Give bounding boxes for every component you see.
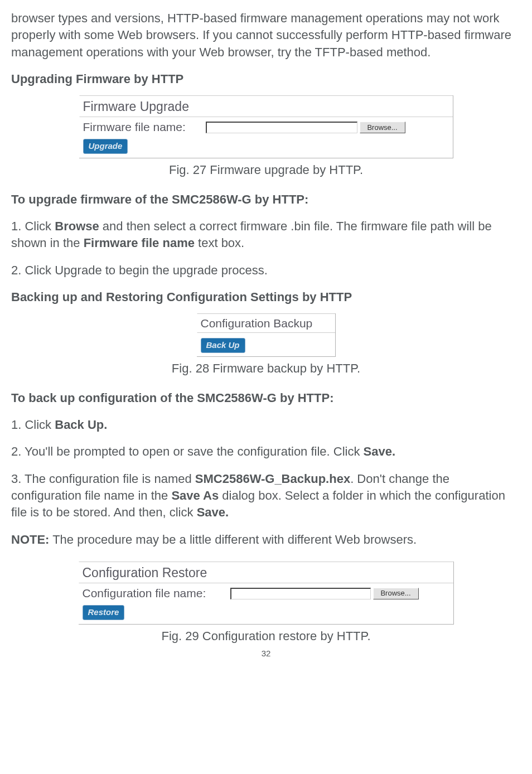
backup-step-1: 1. Click Back Up. — [11, 417, 521, 433]
browse-button[interactable]: Browse... — [360, 122, 405, 133]
upgrade-procedure-heading: To upgrade firmware of the SMC2586W-G by… — [11, 191, 521, 208]
configuration-backup-body: Back Up — [197, 333, 335, 356]
firmware-upgrade-body: Firmware file name: Browse... Upgrade — [79, 117, 453, 158]
configuration-restore-title: Configuration Restore — [79, 562, 453, 583]
note-label: NOTE: — [11, 533, 49, 546]
heading-backup-restore: Backing up and Restoring Configuration S… — [11, 289, 521, 306]
save-as-bold: Save As — [171, 488, 219, 502]
backup-step-2: 2. You'll be prompted to open or save th… — [11, 443, 521, 460]
note-paragraph: NOTE: The procedure may be a little diff… — [11, 531, 521, 548]
back-up-bold: Back Up. — [55, 418, 107, 432]
page-number: 32 — [11, 648, 521, 660]
configuration-restore-panel: Configuration Restore Configuration file… — [79, 562, 454, 625]
backup-procedure-heading: To back up configuration of the SMC2586W… — [11, 390, 521, 407]
fig29-caption: Fig. 29 Configuration restore by HTTP. — [11, 628, 521, 645]
text: 1. Click — [11, 219, 55, 233]
intro-paragraph: browser types and versions, HTTP-based f… — [11, 10, 521, 61]
text: 1. Click — [11, 418, 55, 432]
text: 3. The configuration file is named — [11, 472, 195, 486]
configuration-file-name-input[interactable] — [230, 588, 371, 599]
upgrade-step-2: 2. Click Upgrade to begin the upgrade pr… — [11, 262, 521, 279]
browse-bold: Browse — [55, 219, 99, 233]
configuration-backup-title: Configuration Backup — [197, 313, 335, 333]
configuration-file-name-label: Configuration file name: — [83, 586, 230, 602]
note-text: The procedure may be a little different … — [49, 533, 417, 546]
backup-step-3: 3. The configuration file is named SMC25… — [11, 471, 521, 521]
firmware-file-name-input[interactable] — [206, 122, 357, 133]
save-bold: Save. — [364, 444, 396, 458]
firmware-file-name-label: Firmware file name: — [83, 119, 206, 136]
configuration-restore-body: Configuration file name: Browse... Resto… — [79, 583, 453, 624]
backup-filename-bold: SMC2586W-G_Backup.hex — [195, 472, 350, 486]
firmware-upgrade-panel: Firmware Upgrade Firmware file name: Bro… — [79, 95, 453, 158]
backup-button[interactable]: Back Up — [201, 338, 245, 353]
fig27-caption: Fig. 27 Firmware upgrade by HTTP. — [11, 162, 521, 178]
upgrade-step-1: 1. Click Browse and then select a correc… — [11, 218, 521, 252]
heading-upgrading-firmware: Upgrading Firmware by HTTP — [11, 71, 521, 88]
text: text box. — [195, 236, 244, 250]
firmware-file-name-bold: Firmware file name — [84, 236, 195, 250]
browse-button[interactable]: Browse... — [373, 588, 419, 599]
fig28-caption: Fig. 28 Firmware backup by HTTP. — [11, 360, 521, 377]
firmware-upgrade-title: Firmware Upgrade — [79, 95, 453, 117]
restore-button[interactable]: Restore — [83, 605, 125, 620]
text: 2. You'll be prompted to open or save th… — [11, 444, 364, 458]
upgrade-button[interactable]: Upgrade — [83, 139, 128, 154]
configuration-backup-panel: Configuration Backup Back Up — [197, 313, 336, 357]
save-bold-2: Save. — [197, 505, 229, 519]
